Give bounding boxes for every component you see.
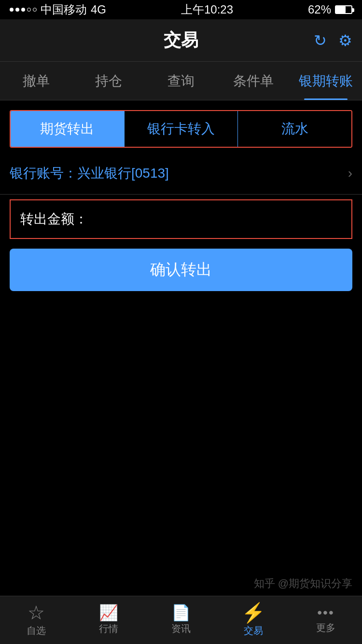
page-title: 交易: [164, 28, 198, 52]
dot5: [33, 8, 37, 12]
status-bar: 中国移动 4G 上午10:23 62%: [0, 0, 362, 19]
header: 交易 ↻ ⚙: [0, 19, 362, 62]
star-icon: ☆: [28, 603, 45, 622]
tab-银期转账[interactable]: 银期转账: [290, 62, 362, 100]
sub-tabs: 期货转出 银行卡转入 流水: [10, 110, 352, 148]
bottom-nav-更多[interactable]: ••• 更多: [290, 606, 362, 634]
amount-row: 转出金额：: [10, 199, 352, 239]
tab-条件单[interactable]: 条件单: [217, 62, 290, 100]
bottom-nav-交易[interactable]: ⚡ 交易: [217, 603, 290, 637]
battery-fill: [336, 6, 346, 13]
header-icons: ↻ ⚙: [314, 31, 352, 50]
bottom-nav-自选[interactable]: ☆ 自选: [0, 603, 72, 637]
status-time: 上午10:23: [181, 2, 233, 17]
refresh-icon[interactable]: ↻: [314, 31, 327, 50]
battery-icon: [335, 5, 352, 14]
bank-account-label: 银行账号：兴业银行[0513]: [10, 164, 169, 182]
bottom-nav-资讯[interactable]: 📄 资讯: [145, 605, 217, 635]
subtab-流水[interactable]: 流水: [238, 111, 351, 147]
status-right: 62%: [308, 3, 352, 16]
confirm-button[interactable]: 确认转出: [10, 249, 352, 291]
signal-dots: [10, 8, 37, 12]
news-icon: 📄: [171, 605, 191, 620]
subtab-银行卡转入[interactable]: 银行卡转入: [125, 111, 238, 147]
settings-icon[interactable]: ⚙: [338, 31, 352, 50]
network-label: 4G: [91, 3, 106, 16]
nav-tabs: 撤单 持仓 查询 条件单 银期转账: [0, 62, 362, 100]
subtab-期货转出[interactable]: 期货转出: [11, 111, 125, 147]
amount-label: 转出金额：: [20, 210, 88, 228]
tab-撤单[interactable]: 撤单: [0, 62, 72, 100]
bank-account-row[interactable]: 银行账号：兴业银行[0513] ›: [0, 153, 362, 195]
chart-icon: 📈: [99, 605, 118, 620]
chevron-right-icon: ›: [348, 166, 352, 181]
amount-input[interactable]: [93, 211, 342, 227]
bottom-nav-行情[interactable]: 📈 行情: [72, 605, 145, 635]
dot3: [21, 8, 25, 12]
battery-label: 62%: [308, 3, 331, 16]
bottom-nav: ☆ 自选 📈 行情 📄 资讯 ⚡ 交易 ••• 更多: [0, 596, 362, 644]
trade-icon: ⚡: [241, 603, 265, 622]
tab-持仓[interactable]: 持仓: [72, 62, 145, 100]
more-icon: •••: [317, 606, 334, 619]
dot4: [27, 8, 31, 12]
carrier-label: 中国移动: [41, 2, 87, 17]
watermark: 知乎 @期货知识分享: [254, 576, 352, 591]
dot2: [15, 8, 19, 12]
dot1: [10, 8, 14, 12]
tab-查询[interactable]: 查询: [145, 62, 217, 100]
status-left: 中国移动 4G: [10, 2, 106, 17]
